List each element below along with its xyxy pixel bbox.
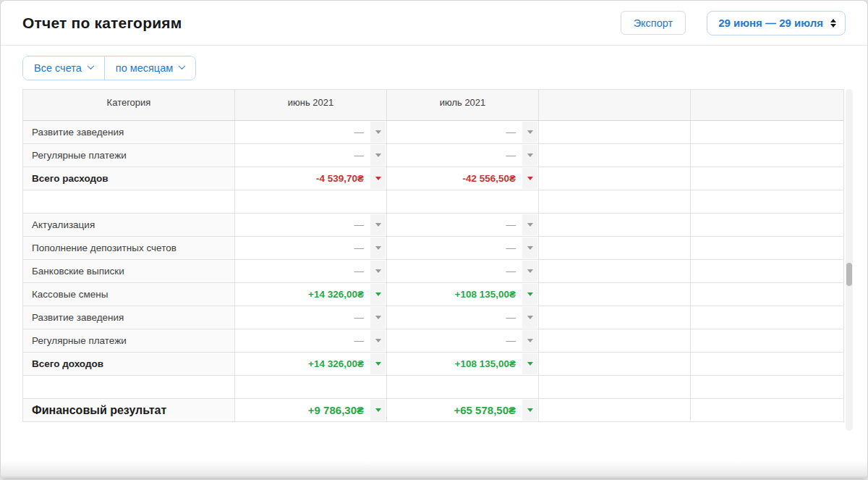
- empty-cell: [691, 144, 844, 167]
- scrollbar-thumb[interactable]: [846, 263, 852, 286]
- empty-cell: [539, 121, 691, 144]
- cell-dropdown-toggle[interactable]: [522, 261, 537, 282]
- empty-cell: [691, 376, 844, 399]
- content: Все счета по месяцам Категория июнь 2021: [1, 46, 867, 431]
- export-button[interactable]: Экспорт: [621, 11, 686, 35]
- category-cell: Финансовый результат: [23, 399, 235, 422]
- value-cell: [387, 190, 539, 214]
- empty-cell: [691, 121, 844, 144]
- category-cell: Всего доходов: [23, 353, 235, 376]
- report-table-body: Развитие заведения——Регулярные платежи——…: [23, 121, 844, 422]
- cell-dropdown-toggle[interactable]: [370, 400, 386, 421]
- value-cell: +108 135,00₴: [387, 283, 539, 306]
- category-cell: Пополнение депозитных счетов: [23, 237, 235, 260]
- caret-down-icon: [527, 362, 533, 366]
- cell-dropdown-toggle[interactable]: [522, 168, 537, 189]
- value-cell: +9 786,30₴: [235, 399, 387, 422]
- value-cell: —: [387, 237, 539, 260]
- cell-dropdown-toggle[interactable]: [522, 330, 537, 351]
- empty-cell: [539, 329, 691, 353]
- report-table: Категория июнь 2021 июль 2021 Развитие з…: [22, 89, 844, 422]
- empty-cell: [539, 399, 691, 422]
- value-cell: +14 326,00₴: [235, 353, 387, 376]
- cell-dropdown-toggle[interactable]: [370, 237, 386, 258]
- empty-cell: [539, 167, 691, 190]
- filter-accounts-label: Все счета: [34, 62, 82, 74]
- cell-dropdown-toggle[interactable]: [370, 122, 386, 143]
- empty-cell: [539, 260, 691, 283]
- cell-dropdown-toggle[interactable]: [522, 400, 537, 421]
- empty-cell: [539, 190, 691, 214]
- cell-dropdown-toggle[interactable]: [370, 284, 386, 305]
- value-cell: —: [387, 329, 539, 353]
- cell-dropdown-toggle[interactable]: [370, 353, 386, 374]
- caret-down-icon: [375, 362, 381, 366]
- value-cell: —: [387, 121, 539, 144]
- cell-value: —: [506, 335, 516, 346]
- cell-dropdown-toggle[interactable]: [370, 214, 386, 235]
- spacer-row: [23, 376, 844, 399]
- cell-dropdown-toggle[interactable]: [522, 122, 537, 143]
- empty-cell: [691, 260, 844, 283]
- cell-dropdown-toggle[interactable]: [522, 145, 537, 166]
- empty-cell: [691, 399, 844, 422]
- empty-cell: [539, 376, 691, 399]
- caret-down-icon: [375, 177, 381, 180]
- cell-value: +9 786,30₴: [308, 404, 364, 416]
- caret-down-icon: [527, 408, 533, 412]
- table-row: Развитие заведения——: [23, 121, 844, 144]
- category-cell: [23, 190, 235, 214]
- cell-dropdown-toggle[interactable]: [522, 353, 537, 374]
- date-range-select[interactable]: 29 июня — 29 июля: [707, 11, 846, 35]
- table-row: Банковские выписки——: [23, 260, 844, 283]
- chevron-down-icon: [87, 62, 94, 70]
- cell-dropdown-toggle[interactable]: [370, 261, 386, 282]
- filter-grouping[interactable]: по месяцам: [104, 56, 195, 80]
- cell-dropdown-toggle[interactable]: [522, 307, 537, 328]
- cell-dropdown-toggle[interactable]: [522, 214, 537, 235]
- cell-value: +108 135,00₴: [455, 289, 516, 300]
- cell-dropdown-toggle[interactable]: [370, 145, 386, 166]
- empty-cell: [539, 353, 691, 376]
- report-window: Отчет по категориям Экспорт 29 июня — 29…: [0, 0, 868, 480]
- cell-value: —: [506, 312, 516, 323]
- column-header-empty: [539, 90, 691, 121]
- date-range-label: 29 июня — 29 июля: [718, 17, 823, 29]
- value-cell: —: [235, 144, 387, 167]
- cell-dropdown-toggle[interactable]: [370, 330, 386, 351]
- column-header-empty: [691, 90, 844, 121]
- category-cell: Банковские выписки: [23, 260, 235, 283]
- table-row: Регулярные платежи——: [23, 329, 844, 353]
- value-cell: —: [387, 144, 539, 167]
- empty-cell: [539, 214, 691, 237]
- value-cell: —: [235, 306, 387, 329]
- value-cell: —: [387, 260, 539, 283]
- value-cell: —: [235, 260, 387, 283]
- value-cell: -4 539,70₴: [235, 167, 387, 190]
- empty-cell: [539, 283, 691, 306]
- caret-down-icon: [375, 408, 381, 412]
- table-row: Кассовые смены+14 326,00₴+108 135,00₴: [23, 283, 844, 306]
- filter-accounts[interactable]: Все счета: [23, 56, 104, 80]
- cell-value: —: [354, 312, 365, 323]
- empty-cell: [691, 283, 844, 306]
- chevron-down-icon: [179, 62, 186, 70]
- cell-value: -4 539,70₴: [316, 173, 364, 184]
- caret-down-icon: [375, 292, 381, 296]
- cell-dropdown-toggle[interactable]: [522, 237, 537, 258]
- empty-cell: [691, 190, 844, 214]
- empty-cell: [539, 306, 691, 329]
- value-cell: +14 326,00₴: [235, 283, 387, 306]
- value-cell: —: [387, 214, 539, 237]
- caret-down-icon: [527, 339, 533, 342]
- empty-cell: [691, 353, 844, 376]
- spacer-row: [23, 190, 844, 214]
- vertical-scrollbar[interactable]: [846, 89, 853, 431]
- cell-value: —: [354, 219, 365, 230]
- caret-down-icon: [527, 153, 533, 157]
- cell-dropdown-toggle[interactable]: [370, 307, 386, 328]
- cell-dropdown-toggle[interactable]: [522, 284, 537, 305]
- table-area: Категория июнь 2021 июль 2021 Развитие з…: [22, 89, 867, 431]
- cell-value: —: [506, 219, 516, 230]
- cell-dropdown-toggle[interactable]: [370, 168, 386, 189]
